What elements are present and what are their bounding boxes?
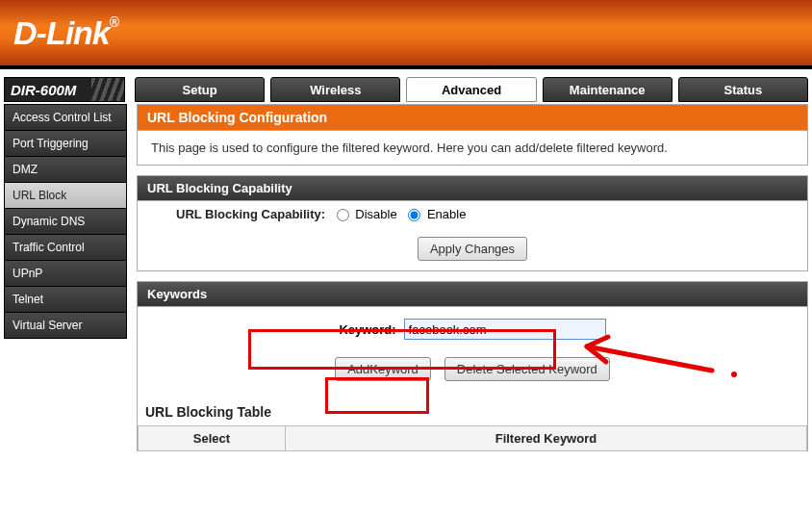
- add-keyword-button[interactable]: AddKeyword: [335, 357, 431, 381]
- table-col-select: Select: [139, 426, 286, 451]
- sidebar-item-virtual-server[interactable]: Virtual Server: [4, 313, 127, 339]
- tab-status[interactable]: Status: [678, 77, 808, 102]
- sidebar: Access Control List Port Triggering DMZ …: [4, 104, 127, 461]
- capability-header: URL Blocking Capability: [138, 176, 807, 201]
- sidebar-item-acl[interactable]: Access Control List: [4, 104, 127, 131]
- url-table-title: URL Blocking Table: [138, 395, 807, 425]
- keyword-input[interactable]: [404, 319, 606, 340]
- delete-keyword-button[interactable]: Delete Selected Keyword: [444, 357, 610, 381]
- radio-disable-label: Disable: [355, 207, 396, 221]
- sidebar-item-dmz[interactable]: DMZ: [4, 157, 127, 183]
- model-label: DIR-600M: [11, 82, 76, 98]
- table-col-keyword: Filtered Keyword: [285, 426, 806, 451]
- sidebar-item-traffic-control[interactable]: Traffic Control: [4, 235, 127, 261]
- config-panel-desc: This page is used to configure the filte…: [138, 131, 807, 165]
- tab-advanced[interactable]: Advanced: [406, 77, 536, 102]
- tab-maintenance[interactable]: Maintenance: [543, 77, 672, 102]
- tab-wireless[interactable]: Wireless: [270, 77, 400, 102]
- radio-disable[interactable]: [337, 209, 349, 221]
- sidebar-item-port-triggering[interactable]: Port Triggering: [4, 131, 127, 157]
- radio-enable-wrap[interactable]: Enable: [400, 207, 466, 221]
- model-badge: DIR-600M: [4, 77, 125, 102]
- capability-panel: URL Blocking Capability URL Blocking Cap…: [137, 175, 808, 271]
- tab-setup[interactable]: Setup: [135, 77, 265, 102]
- capability-label: URL Blocking Capability:: [176, 207, 325, 221]
- sidebar-item-upnp[interactable]: UPnP: [4, 261, 127, 287]
- header-banner: D-Link®: [0, 0, 812, 69]
- main-tabs: Setup Wireless Advanced Maintenance Stat…: [135, 77, 808, 102]
- sidebar-item-dynamic-dns[interactable]: Dynamic DNS: [4, 209, 127, 235]
- sidebar-item-telnet[interactable]: Telnet: [4, 287, 127, 313]
- top-nav-row: DIR-600M Setup Wireless Advanced Mainten…: [0, 77, 812, 102]
- content-area: URL Blocking Configuration This page is …: [137, 104, 808, 461]
- apply-changes-button[interactable]: Apply Changes: [418, 237, 527, 261]
- config-panel: URL Blocking Configuration This page is …: [137, 104, 808, 166]
- radio-enable-label: Enable: [427, 207, 466, 221]
- sidebar-item-url-block[interactable]: URL Block: [4, 183, 127, 209]
- radio-enable[interactable]: [408, 209, 420, 221]
- model-hatch-decor: [91, 78, 124, 101]
- radio-disable-wrap[interactable]: Disable: [329, 207, 401, 221]
- url-blocking-table: Select Filtered Keyword: [138, 425, 807, 451]
- brand-logo: D-Link®: [13, 14, 118, 52]
- keywords-header: Keywords: [138, 282, 807, 307]
- keyword-label: Keyword:: [339, 322, 395, 337]
- config-panel-header: URL Blocking Configuration: [138, 105, 807, 131]
- keywords-panel: Keywords Keyword: AddKeyword Delete Sele…: [137, 281, 808, 451]
